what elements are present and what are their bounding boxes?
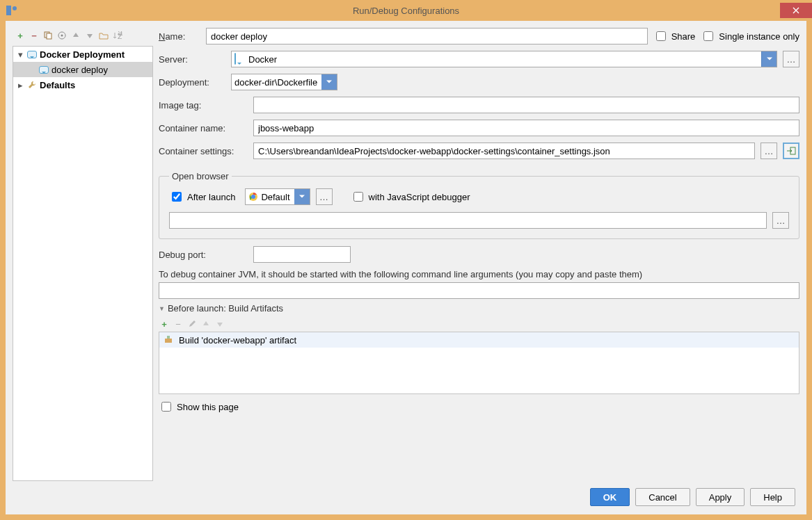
svg-rect-10: [165, 339, 172, 343]
deployment-combo[interactable]: docker-dir\Dockerfile: [231, 74, 337, 90]
remove-task-icon[interactable]: −: [173, 318, 184, 330]
debug-hint-text: To debug container JVM, it should be sta…: [159, 269, 799, 279]
svg-text:z: z: [118, 31, 122, 40]
before-launch-header[interactable]: ▼ Before launch: Build Artifacts: [159, 303, 799, 314]
image-tag-label: Image tag:: [159, 100, 248, 111]
show-page-checkbox[interactable]: Show this page: [159, 400, 799, 414]
container-name-input[interactable]: [253, 120, 799, 136]
tasks-list[interactable]: Build 'docker-webapp' artifact: [159, 332, 799, 394]
browser-combo[interactable]: Default: [245, 188, 310, 205]
tasks-toolbar: + −: [159, 316, 799, 332]
image-tag-input[interactable]: [253, 97, 799, 113]
move-up-icon[interactable]: [70, 29, 82, 42]
container-settings-label: Container settings:: [159, 146, 248, 156]
tree-item-docker-deploy[interactable]: docker deploy: [13, 62, 152, 77]
docker-icon: [234, 54, 246, 65]
container-name-label: Container name:: [159, 123, 248, 133]
collapse-icon[interactable]: ▼: [159, 305, 165, 312]
copy-config-icon[interactable]: [42, 29, 54, 42]
ok-button[interactable]: OK: [590, 488, 630, 506]
docker-icon: [26, 49, 38, 60]
import-settings-button[interactable]: [783, 143, 799, 159]
folder-icon[interactable]: [97, 29, 110, 42]
chevron-down-icon[interactable]: [294, 189, 310, 204]
debug-port-label: Debug port:: [159, 250, 248, 260]
edit-task-icon[interactable]: [186, 318, 198, 330]
svg-rect-11: [167, 336, 170, 339]
single-instance-checkbox[interactable]: Single instance only: [701, 29, 799, 43]
tree-defaults-label: Defaults: [40, 80, 75, 90]
left-panel: + − az ▾ Docker Deployment docker deploy: [13, 28, 153, 481]
apply-button[interactable]: Apply: [696, 488, 745, 506]
help-button[interactable]: Help: [750, 488, 795, 506]
after-launch-checkbox[interactable]: After launch: [169, 190, 235, 204]
deployment-label: Deployment:: [159, 77, 225, 88]
dialog-buttons: OK Cancel Apply Help: [6, 481, 806, 514]
window-title: Run/Debug Configurations: [0, 6, 812, 16]
chevron-down-icon[interactable]: [761, 51, 777, 67]
task-down-icon[interactable]: [214, 318, 225, 330]
add-task-icon[interactable]: +: [159, 318, 170, 330]
task-label: Build 'docker-webapp' artifact: [179, 335, 296, 346]
wrench-icon: [26, 79, 38, 90]
svg-point-4: [61, 35, 63, 37]
browser-value: Default: [261, 192, 289, 202]
open-browser-group: Open browser After launch Default … with…: [159, 171, 799, 239]
cancel-button[interactable]: Cancel: [635, 488, 690, 506]
sort-icon[interactable]: az: [111, 29, 124, 42]
browser-browse-button[interactable]: …: [316, 188, 333, 205]
remove-config-icon[interactable]: −: [28, 29, 40, 42]
container-settings-input[interactable]: [253, 143, 755, 159]
tree-category-label: Docker Deployment: [40, 49, 125, 60]
edit-defaults-icon[interactable]: [56, 29, 68, 42]
server-value: Docker: [248, 54, 277, 65]
server-label: Server:: [159, 54, 225, 65]
titlebar: Run/Debug Configurations: [0, 0, 812, 21]
tree-category-docker[interactable]: ▾ Docker Deployment: [13, 47, 152, 62]
config-toolbar: + − az: [13, 28, 153, 43]
name-label: Name:: [159, 31, 200, 42]
url-input[interactable]: [169, 212, 767, 229]
js-debugger-checkbox[interactable]: with JavaScript debugger: [351, 190, 470, 204]
tree-item-label: docker deploy: [51, 65, 108, 75]
open-browser-legend: Open browser: [169, 171, 232, 181]
move-down-icon[interactable]: [83, 29, 96, 42]
artifact-icon: [164, 334, 175, 346]
debug-port-input[interactable]: [253, 246, 351, 263]
cmdline-input[interactable]: [159, 282, 799, 299]
task-row[interactable]: Build 'docker-webapp' artifact: [159, 332, 799, 348]
task-up-icon[interactable]: [200, 318, 212, 330]
name-input[interactable]: [206, 28, 648, 44]
config-tree[interactable]: ▾ Docker Deployment docker deploy ▸ Defa…: [13, 46, 153, 481]
add-config-icon[interactable]: +: [14, 29, 26, 42]
url-browse-button[interactable]: …: [772, 212, 789, 229]
share-checkbox[interactable]: Share: [653, 29, 696, 43]
tree-defaults[interactable]: ▸ Defaults: [13, 77, 152, 92]
expand-icon[interactable]: ▸: [16, 80, 24, 90]
deployment-value: docker-dir\Dockerfile: [234, 77, 317, 88]
server-combo[interactable]: Docker: [231, 51, 777, 67]
docker-icon: [38, 64, 49, 75]
expand-icon[interactable]: ▾: [16, 49, 24, 60]
chrome-icon: [248, 192, 258, 202]
svg-rect-3: [47, 33, 51, 39]
chevron-down-icon[interactable]: [321, 74, 337, 90]
workarea: + − az ▾ Docker Deployment docker deploy: [6, 21, 806, 514]
server-browse-button[interactable]: …: [783, 51, 799, 67]
container-settings-browse-button[interactable]: …: [761, 143, 777, 159]
form-panel: Name: Share Single instance only Server:…: [159, 28, 799, 481]
